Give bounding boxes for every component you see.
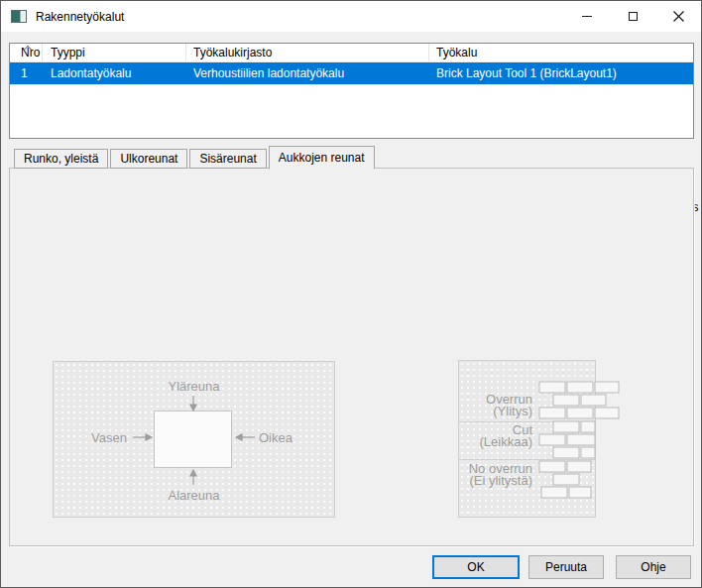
title-bar[interactable]: Rakennetyökalut: [1, 1, 701, 32]
column-header-nro[interactable]: Nro: [10, 44, 43, 61]
maximize-button[interactable]: [610, 1, 655, 32]
maximize-icon: [629, 12, 638, 21]
ok-button[interactable]: OK: [432, 555, 520, 579]
tool-list: Nro Tyyppi Työkalukirjasto Työkalu 1 Lad…: [9, 43, 694, 139]
minimize-icon: [582, 16, 592, 17]
edge-diagram: Yläreuna Vasen Oikea Alareuna: [53, 361, 335, 518]
no-overrun-label: No overrun(Ei ylitystä): [463, 463, 532, 487]
overrun-label: Overrun(Ylitys): [463, 394, 532, 417]
minimize-button[interactable]: [564, 1, 610, 32]
sort-ascending-icon: [25, 45, 31, 51]
dialog-window: Rakennetyökalut Nro Tyyppi Työkalukirjas…: [0, 0, 702, 588]
cell-tyyppi: Ladontatyökalu: [43, 66, 186, 80]
tab-runko-yleista[interactable]: Runko, yleistä: [14, 149, 108, 169]
edge-label-left: Vasen: [54, 430, 127, 445]
window-title: Rakennetyökalut: [36, 10, 124, 24]
close-icon: [673, 11, 684, 22]
cut-label: Cut(Leikkaa): [463, 424, 532, 448]
overrun-diagram: Overrun(Ylitys) Cut(Leikkaa) No overrun(…: [458, 360, 596, 518]
edge-diagram-rectangle: [154, 411, 232, 468]
tab-ulkoreunat[interactable]: Ulkoreunat: [110, 149, 187, 169]
edge-label-right: Oikea: [259, 430, 292, 445]
section-divider: [459, 459, 595, 460]
app-icon: [11, 10, 27, 23]
cell-tyokalu: Brick Layout Tool 1 (BrickLayout1): [429, 66, 693, 80]
tab-sisareunat[interactable]: Sisäreunat: [189, 149, 266, 169]
cell-tyokalukirjasto: Verhoustiilien ladontatyökalu: [186, 66, 429, 80]
column-header-tyokalukirjasto[interactable]: Työkalukirjasto: [186, 44, 429, 61]
help-button[interactable]: Ohje: [616, 555, 691, 579]
cell-nro: 1: [10, 66, 43, 80]
column-header-tyokalu[interactable]: Työkalu: [429, 44, 693, 61]
close-button[interactable]: [655, 1, 701, 32]
tool-list-header: Nro Tyyppi Työkalukirjasto Työkalu: [10, 44, 693, 62]
tab-strip: Runko, yleistä Ulkoreunat Sisäreunat Auk…: [9, 145, 375, 169]
table-row-selected[interactable]: 1 Ladontatyökalu Verhoustiilien ladontat…: [10, 62, 693, 84]
edge-label-bottom: Alareuna: [54, 488, 334, 503]
edge-label-top: Yläreuna: [54, 379, 334, 394]
tab-aukkojen-reunat[interactable]: Aukkojen reunat: [269, 146, 375, 170]
cancel-button[interactable]: Peruuta: [528, 555, 604, 579]
column-header-tyyppi[interactable]: Tyyppi: [43, 44, 186, 61]
